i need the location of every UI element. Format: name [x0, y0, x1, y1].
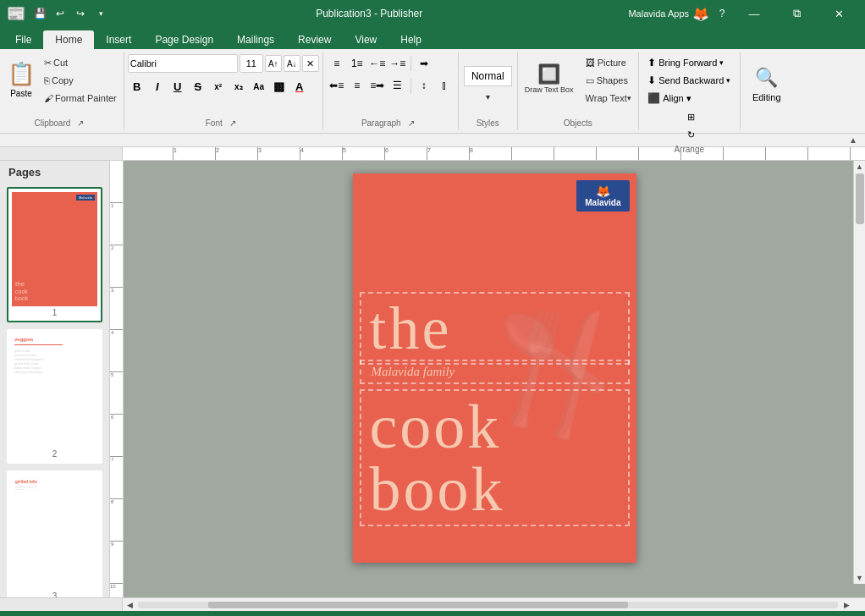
- case-btn[interactable]: Aa: [250, 77, 268, 96]
- subtitle-textbox[interactable]: Malavida family: [360, 360, 630, 384]
- help-btn[interactable]: ?: [713, 4, 731, 23]
- format-painter-btn[interactable]: 🖌 Format Painter: [41, 90, 120, 107]
- line-spacing-btn[interactable]: ↕: [415, 76, 433, 95]
- increase-indent-btn[interactable]: →≡: [388, 54, 407, 73]
- direction-btn[interactable]: ➡: [415, 54, 433, 73]
- ruler-container: 1 2 3 4 5 6 7 8: [0, 147, 865, 161]
- cover-background: 🍴 🥄 🦊 Malavida the Malavida family: [353, 173, 636, 563]
- ruler-marks: 1 2 3 4 5 6 7 8: [131, 147, 865, 160]
- font-color-btn[interactable]: A: [290, 77, 309, 96]
- shapes-btn[interactable]: ▭ Shapes: [582, 72, 635, 89]
- subscript-btn[interactable]: x₂: [229, 77, 248, 96]
- columns-btn[interactable]: ⫿: [435, 76, 454, 95]
- page-thumb-2[interactable]: veggies grilled tofu mushroom pho stuffe…: [7, 329, 102, 465]
- tab-insert[interactable]: Insert: [94, 30, 143, 49]
- scroll-down-btn[interactable]: ▼: [854, 572, 866, 584]
- tab-view[interactable]: View: [343, 30, 388, 49]
- tab-page-design[interactable]: Page Design: [143, 30, 225, 49]
- undo-qat-btn[interactable]: ↩: [51, 4, 69, 23]
- the-textbox[interactable]: the: [360, 292, 630, 365]
- align-center-btn[interactable]: ≡: [348, 76, 366, 95]
- text-box-icon: 🔲: [537, 65, 560, 84]
- cut-btn[interactable]: ✂ Cut: [41, 54, 120, 71]
- tab-help[interactable]: Help: [388, 30, 433, 49]
- document-page[interactable]: 🍴 🥄 🦊 Malavida the Malavida family: [353, 173, 636, 563]
- font-size-input[interactable]: [240, 54, 263, 73]
- thumb2-line1: [14, 344, 63, 345]
- t3l4: [27, 486, 36, 487]
- send-backward-btn[interactable]: ⬇ Send Backward ▾: [645, 72, 733, 89]
- highlight-btn[interactable]: ▩: [270, 77, 289, 96]
- paste-btn[interactable]: 📋 Paste: [3, 54, 39, 105]
- hscroll-thumb[interactable]: [208, 602, 628, 608]
- shrink-font-btn[interactable]: A↓: [284, 55, 300, 72]
- thumb3-cols: [15, 486, 37, 491]
- rotate-btn[interactable]: ↻: [685, 126, 697, 143]
- clipboard-label: Clipboard: [34, 117, 70, 129]
- draw-text-box-btn[interactable]: 🔲 Draw Text Box: [521, 54, 577, 105]
- page-thumb-1[interactable]: Malavida the cook book 1: [7, 187, 102, 322]
- font-name-row: A↑ A↓ ✕: [128, 54, 319, 73]
- brand-icon: 🦊: [692, 6, 709, 22]
- clipboard-content: 📋 Paste ✂ Cut ⎘ Copy 🖌 Format Painter: [3, 52, 120, 117]
- tab-home[interactable]: Home: [43, 30, 94, 49]
- objects-group: 🔲 Draw Text Box 🖼 Picture ▭ Shapes Wrap …: [518, 52, 639, 129]
- thumb2-items: grilled tofu mushroom pho stuffed bell p…: [14, 349, 95, 374]
- grow-font-btn[interactable]: A↑: [265, 55, 282, 72]
- align-left-btn[interactable]: ⬅≡: [328, 76, 346, 95]
- picture-btn[interactable]: 🖼 Picture: [582, 54, 635, 71]
- hscroll-right-btn[interactable]: ▶: [840, 598, 853, 612]
- save-qat-btn[interactable]: 💾: [30, 4, 49, 23]
- justify-btn[interactable]: ☰: [388, 76, 407, 95]
- minimize-btn[interactable]: —: [735, 0, 774, 27]
- scroll-thumb-v[interactable]: [856, 173, 864, 224]
- bring-forward-btn[interactable]: ⬆ Bring Forward ▾: [645, 54, 726, 71]
- align-right-btn[interactable]: ≡➡: [368, 76, 387, 95]
- tab-review[interactable]: Review: [286, 30, 343, 49]
- wrap-text-label: Wrap Text: [586, 93, 627, 103]
- scroll-up-btn[interactable]: ▲: [854, 161, 866, 173]
- paragraph-content: ≡ 1≡ ←≡ →≡ ➡ ⬅≡ ≡ ≡➡ ☰ ↕ ⫿: [328, 52, 454, 117]
- page-thumb-3[interactable]: grilled tofu: [7, 470, 102, 597]
- underline-btn[interactable]: U: [168, 77, 187, 96]
- clear-format-btn[interactable]: ✕: [302, 55, 319, 72]
- tab-file[interactable]: File: [3, 30, 43, 49]
- thumb2-title: veggies: [14, 337, 95, 342]
- wrap-text-btn[interactable]: Wrap Text ▾: [582, 90, 635, 107]
- title-bar: 📰 💾 ↩ ↪ ▾ Publication3 - Publisher Malav…: [0, 0, 865, 27]
- styles-gallery-btn[interactable]: Normal: [464, 66, 512, 86]
- editing-btn[interactable]: 🔍 Editing: [746, 54, 788, 115]
- redo-qat-btn[interactable]: ↪: [71, 4, 90, 23]
- t3l2: [15, 487, 25, 488]
- italic-btn[interactable]: I: [148, 77, 167, 96]
- collapse-ribbon-btn[interactable]: ▲: [845, 135, 862, 146]
- align-icon: ⬛: [647, 92, 660, 104]
- styles-group: Normal ▾ Styles: [459, 52, 518, 129]
- cookbook-textbox[interactable]: cook book: [360, 389, 630, 526]
- bold-btn[interactable]: B: [128, 77, 146, 96]
- paragraph-dialog-btn[interactable]: ↗: [403, 118, 420, 129]
- bring-forward-icon: ⬆: [647, 57, 656, 69]
- font-label: Font: [206, 117, 223, 129]
- numbering-btn[interactable]: 1≡: [348, 54, 366, 73]
- qat-dropdown-btn[interactable]: ▾: [91, 4, 110, 23]
- thumb3-col1: [15, 486, 25, 491]
- thumb1-text: the cook book: [15, 280, 94, 302]
- strikethrough-btn[interactable]: S: [189, 77, 207, 96]
- decrease-indent-btn[interactable]: ←≡: [368, 54, 387, 73]
- superscript-btn[interactable]: x²: [209, 77, 228, 96]
- copy-btn[interactable]: ⎘ Copy: [41, 72, 120, 89]
- arrange-content: ⬆ Bring Forward ▾ ⬇ Send Backward ▾ ⬛ Al…: [645, 52, 733, 107]
- hscroll-left-btn[interactable]: ◀: [123, 598, 136, 612]
- font-dialog-btn[interactable]: ↗: [224, 118, 241, 129]
- group-btn[interactable]: ⊞: [685, 108, 697, 125]
- align-btn[interactable]: ⬛ Align ▾: [645, 90, 694, 107]
- bullets-btn[interactable]: ≡: [328, 54, 346, 73]
- tab-mailings[interactable]: Mailings: [225, 30, 286, 49]
- restore-btn[interactable]: ⧉: [777, 0, 816, 27]
- clipboard-dialog-btn[interactable]: ↗: [72, 118, 89, 129]
- font-name-input[interactable]: [128, 54, 238, 73]
- close-btn[interactable]: ✕: [819, 0, 858, 27]
- styles-more-btn[interactable]: ▾: [482, 88, 493, 105]
- list-row: ≡ 1≡ ←≡ →≡ ➡: [328, 54, 433, 73]
